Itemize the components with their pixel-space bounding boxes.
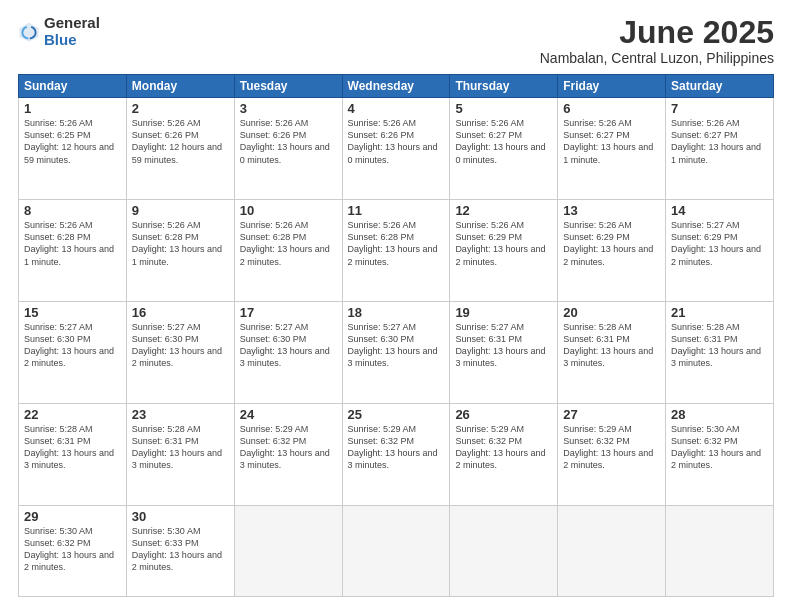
cell-info: Sunrise: 5:27 AMSunset: 6:29 PMDaylight:… (671, 220, 761, 266)
cell-info: Sunrise: 5:26 AMSunset: 6:28 PMDaylight:… (132, 220, 222, 266)
col-monday: Monday (126, 75, 234, 98)
day-number: 28 (671, 407, 768, 422)
main-title: June 2025 (540, 15, 774, 50)
cell-info: Sunrise: 5:26 AMSunset: 6:28 PMDaylight:… (240, 220, 330, 266)
day-number: 9 (132, 203, 229, 218)
table-row: 11 Sunrise: 5:26 AMSunset: 6:28 PMDaylig… (342, 200, 450, 302)
table-row: 17 Sunrise: 5:27 AMSunset: 6:30 PMDaylig… (234, 302, 342, 404)
table-row: 2 Sunrise: 5:26 AMSunset: 6:26 PMDayligh… (126, 98, 234, 200)
table-row: 13 Sunrise: 5:26 AMSunset: 6:29 PMDaylig… (558, 200, 666, 302)
day-number: 23 (132, 407, 229, 422)
day-number: 18 (348, 305, 445, 320)
day-number: 12 (455, 203, 552, 218)
table-row: 20 Sunrise: 5:28 AMSunset: 6:31 PMDaylig… (558, 302, 666, 404)
col-wednesday: Wednesday (342, 75, 450, 98)
table-row: 16 Sunrise: 5:27 AMSunset: 6:30 PMDaylig… (126, 302, 234, 404)
day-number: 27 (563, 407, 660, 422)
day-number: 2 (132, 101, 229, 116)
table-row: 23 Sunrise: 5:28 AMSunset: 6:31 PMDaylig… (126, 403, 234, 505)
cell-info: Sunrise: 5:28 AMSunset: 6:31 PMDaylight:… (24, 424, 114, 470)
table-row: 9 Sunrise: 5:26 AMSunset: 6:28 PMDayligh… (126, 200, 234, 302)
calendar-header-row: Sunday Monday Tuesday Wednesday Thursday… (19, 75, 774, 98)
header: General Blue June 2025 Nambalan, Central… (18, 15, 774, 66)
day-number: 15 (24, 305, 121, 320)
day-number: 14 (671, 203, 768, 218)
cell-info: Sunrise: 5:30 AMSunset: 6:33 PMDaylight:… (132, 526, 222, 572)
table-row: 21 Sunrise: 5:28 AMSunset: 6:31 PMDaylig… (666, 302, 774, 404)
col-friday: Friday (558, 75, 666, 98)
table-row: 29 Sunrise: 5:30 AMSunset: 6:32 PMDaylig… (19, 505, 127, 596)
table-row: 15 Sunrise: 5:27 AMSunset: 6:30 PMDaylig… (19, 302, 127, 404)
title-block: June 2025 Nambalan, Central Luzon, Phili… (540, 15, 774, 66)
table-row: 4 Sunrise: 5:26 AMSunset: 6:26 PMDayligh… (342, 98, 450, 200)
table-row: 25 Sunrise: 5:29 AMSunset: 6:32 PMDaylig… (342, 403, 450, 505)
cell-info: Sunrise: 5:27 AMSunset: 6:30 PMDaylight:… (132, 322, 222, 368)
cell-info: Sunrise: 5:28 AMSunset: 6:31 PMDaylight:… (671, 322, 761, 368)
cell-info: Sunrise: 5:26 AMSunset: 6:25 PMDaylight:… (24, 118, 114, 164)
cell-info: Sunrise: 5:27 AMSunset: 6:30 PMDaylight:… (240, 322, 330, 368)
table-row: 10 Sunrise: 5:26 AMSunset: 6:28 PMDaylig… (234, 200, 342, 302)
table-row: 5 Sunrise: 5:26 AMSunset: 6:27 PMDayligh… (450, 98, 558, 200)
day-number: 19 (455, 305, 552, 320)
table-row: 19 Sunrise: 5:27 AMSunset: 6:31 PMDaylig… (450, 302, 558, 404)
calendar-table: Sunday Monday Tuesday Wednesday Thursday… (18, 74, 774, 597)
table-row: 7 Sunrise: 5:26 AMSunset: 6:27 PMDayligh… (666, 98, 774, 200)
table-row: 3 Sunrise: 5:26 AMSunset: 6:26 PMDayligh… (234, 98, 342, 200)
cell-info: Sunrise: 5:26 AMSunset: 6:26 PMDaylight:… (240, 118, 330, 164)
cell-info: Sunrise: 5:30 AMSunset: 6:32 PMDaylight:… (671, 424, 761, 470)
cell-info: Sunrise: 5:26 AMSunset: 6:28 PMDaylight:… (348, 220, 438, 266)
subtitle: Nambalan, Central Luzon, Philippines (540, 50, 774, 66)
page: General Blue June 2025 Nambalan, Central… (0, 0, 792, 612)
table-row: 27 Sunrise: 5:29 AMSunset: 6:32 PMDaylig… (558, 403, 666, 505)
cell-info: Sunrise: 5:27 AMSunset: 6:30 PMDaylight:… (24, 322, 114, 368)
day-number: 22 (24, 407, 121, 422)
day-number: 21 (671, 305, 768, 320)
day-number: 5 (455, 101, 552, 116)
day-number: 29 (24, 509, 121, 524)
table-row: 22 Sunrise: 5:28 AMSunset: 6:31 PMDaylig… (19, 403, 127, 505)
day-number: 26 (455, 407, 552, 422)
cell-info: Sunrise: 5:28 AMSunset: 6:31 PMDaylight:… (132, 424, 222, 470)
day-number: 4 (348, 101, 445, 116)
cell-info: Sunrise: 5:30 AMSunset: 6:32 PMDaylight:… (24, 526, 114, 572)
cell-info: Sunrise: 5:29 AMSunset: 6:32 PMDaylight:… (348, 424, 438, 470)
table-row (450, 505, 558, 596)
day-number: 24 (240, 407, 337, 422)
cell-info: Sunrise: 5:26 AMSunset: 6:27 PMDaylight:… (671, 118, 761, 164)
cell-info: Sunrise: 5:26 AMSunset: 6:29 PMDaylight:… (563, 220, 653, 266)
col-sunday: Sunday (19, 75, 127, 98)
table-row (234, 505, 342, 596)
cell-info: Sunrise: 5:26 AMSunset: 6:28 PMDaylight:… (24, 220, 114, 266)
cell-info: Sunrise: 5:28 AMSunset: 6:31 PMDaylight:… (563, 322, 653, 368)
table-row: 28 Sunrise: 5:30 AMSunset: 6:32 PMDaylig… (666, 403, 774, 505)
cell-info: Sunrise: 5:26 AMSunset: 6:29 PMDaylight:… (455, 220, 545, 266)
day-number: 30 (132, 509, 229, 524)
day-number: 16 (132, 305, 229, 320)
table-row: 12 Sunrise: 5:26 AMSunset: 6:29 PMDaylig… (450, 200, 558, 302)
table-row: 8 Sunrise: 5:26 AMSunset: 6:28 PMDayligh… (19, 200, 127, 302)
table-row: 1 Sunrise: 5:26 AMSunset: 6:25 PMDayligh… (19, 98, 127, 200)
col-saturday: Saturday (666, 75, 774, 98)
logo-icon (18, 21, 40, 43)
table-row: 18 Sunrise: 5:27 AMSunset: 6:30 PMDaylig… (342, 302, 450, 404)
table-row: 26 Sunrise: 5:29 AMSunset: 6:32 PMDaylig… (450, 403, 558, 505)
logo-text: General Blue (44, 15, 100, 48)
table-row (666, 505, 774, 596)
cell-info: Sunrise: 5:29 AMSunset: 6:32 PMDaylight:… (563, 424, 653, 470)
day-number: 1 (24, 101, 121, 116)
logo: General Blue (18, 15, 100, 48)
table-row: 24 Sunrise: 5:29 AMSunset: 6:32 PMDaylig… (234, 403, 342, 505)
day-number: 20 (563, 305, 660, 320)
day-number: 8 (24, 203, 121, 218)
cell-info: Sunrise: 5:26 AMSunset: 6:27 PMDaylight:… (563, 118, 653, 164)
cell-info: Sunrise: 5:29 AMSunset: 6:32 PMDaylight:… (455, 424, 545, 470)
table-row (342, 505, 450, 596)
day-number: 3 (240, 101, 337, 116)
col-tuesday: Tuesday (234, 75, 342, 98)
cell-info: Sunrise: 5:29 AMSunset: 6:32 PMDaylight:… (240, 424, 330, 470)
cell-info: Sunrise: 5:27 AMSunset: 6:31 PMDaylight:… (455, 322, 545, 368)
day-number: 25 (348, 407, 445, 422)
day-number: 11 (348, 203, 445, 218)
cell-info: Sunrise: 5:26 AMSunset: 6:27 PMDaylight:… (455, 118, 545, 164)
cell-info: Sunrise: 5:26 AMSunset: 6:26 PMDaylight:… (348, 118, 438, 164)
